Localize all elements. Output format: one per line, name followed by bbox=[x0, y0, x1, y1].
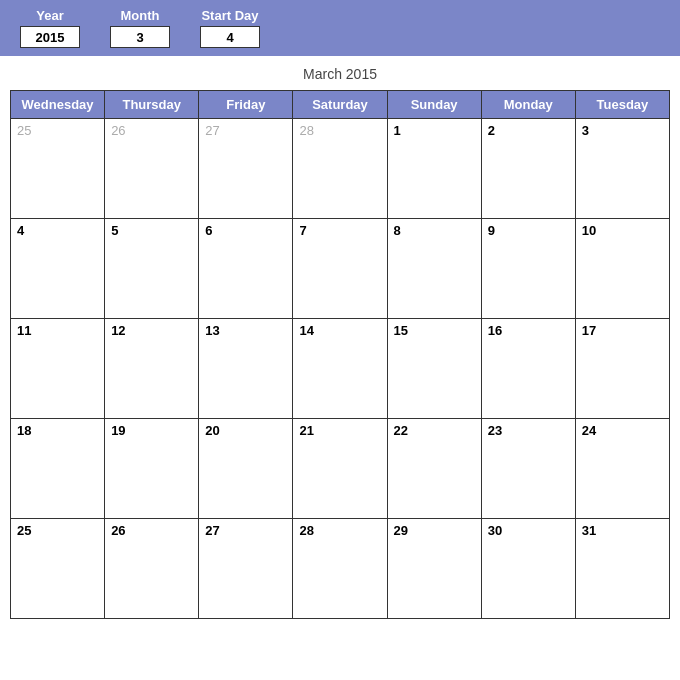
year-label: Year bbox=[36, 8, 63, 23]
calendar-cell: 10 bbox=[575, 219, 669, 319]
calendar-row: 25262728293031 bbox=[11, 519, 670, 619]
calendar-cell: 24 bbox=[575, 419, 669, 519]
calendar-cell: 26 bbox=[105, 519, 199, 619]
col-header-friday: Friday bbox=[199, 91, 293, 119]
calendar-row: 45678910 bbox=[11, 219, 670, 319]
month-group: Month bbox=[110, 8, 170, 48]
calendar-container: March 2015 WednesdayThursdayFridaySaturd… bbox=[0, 56, 680, 624]
calendar-cell: 28 bbox=[293, 119, 387, 219]
calendar-cell: 22 bbox=[387, 419, 481, 519]
col-header-wednesday: Wednesday bbox=[11, 91, 105, 119]
calendar-cell: 26 bbox=[105, 119, 199, 219]
col-header-saturday: Saturday bbox=[293, 91, 387, 119]
calendar-title: March 2015 bbox=[10, 66, 670, 82]
calendar-cell: 13 bbox=[199, 319, 293, 419]
calendar-cell: 19 bbox=[105, 419, 199, 519]
calendar-cell: 1 bbox=[387, 119, 481, 219]
top-bar: Year Month Start Day bbox=[0, 0, 680, 56]
calendar-cell: 28 bbox=[293, 519, 387, 619]
calendar-row: 11121314151617 bbox=[11, 319, 670, 419]
calendar-cell: 9 bbox=[481, 219, 575, 319]
calendar-row: 25262728123 bbox=[11, 119, 670, 219]
month-label: Month bbox=[121, 8, 160, 23]
startday-group: Start Day bbox=[200, 8, 260, 48]
calendar-cell: 8 bbox=[387, 219, 481, 319]
calendar-cell: 18 bbox=[11, 419, 105, 519]
year-group: Year bbox=[20, 8, 80, 48]
calendar-cell: 20 bbox=[199, 419, 293, 519]
calendar-cell: 27 bbox=[199, 119, 293, 219]
calendar-cell: 29 bbox=[387, 519, 481, 619]
year-input[interactable] bbox=[20, 26, 80, 48]
calendar-cell: 17 bbox=[575, 319, 669, 419]
calendar-cell: 25 bbox=[11, 119, 105, 219]
startday-input[interactable] bbox=[200, 26, 260, 48]
calendar-row: 18192021222324 bbox=[11, 419, 670, 519]
calendar-cell: 25 bbox=[11, 519, 105, 619]
calendar-cell: 3 bbox=[575, 119, 669, 219]
calendar-cell: 11 bbox=[11, 319, 105, 419]
calendar-cell: 5 bbox=[105, 219, 199, 319]
calendar-cell: 30 bbox=[481, 519, 575, 619]
calendar-cell: 4 bbox=[11, 219, 105, 319]
header-row: WednesdayThursdayFridaySaturdaySundayMon… bbox=[11, 91, 670, 119]
calendar-cell: 2 bbox=[481, 119, 575, 219]
month-input[interactable] bbox=[110, 26, 170, 48]
calendar-cell: 27 bbox=[199, 519, 293, 619]
col-header-thursday: Thursday bbox=[105, 91, 199, 119]
calendar-cell: 15 bbox=[387, 319, 481, 419]
calendar-cell: 14 bbox=[293, 319, 387, 419]
calendar-cell: 31 bbox=[575, 519, 669, 619]
calendar-cell: 7 bbox=[293, 219, 387, 319]
calendar-cell: 16 bbox=[481, 319, 575, 419]
calendar-cell: 21 bbox=[293, 419, 387, 519]
startday-label: Start Day bbox=[201, 8, 258, 23]
calendar-cell: 23 bbox=[481, 419, 575, 519]
col-header-sunday: Sunday bbox=[387, 91, 481, 119]
col-header-monday: Monday bbox=[481, 91, 575, 119]
calendar-cell: 12 bbox=[105, 319, 199, 419]
col-header-tuesday: Tuesday bbox=[575, 91, 669, 119]
calendar-cell: 6 bbox=[199, 219, 293, 319]
calendar-table: WednesdayThursdayFridaySaturdaySundayMon… bbox=[10, 90, 670, 619]
